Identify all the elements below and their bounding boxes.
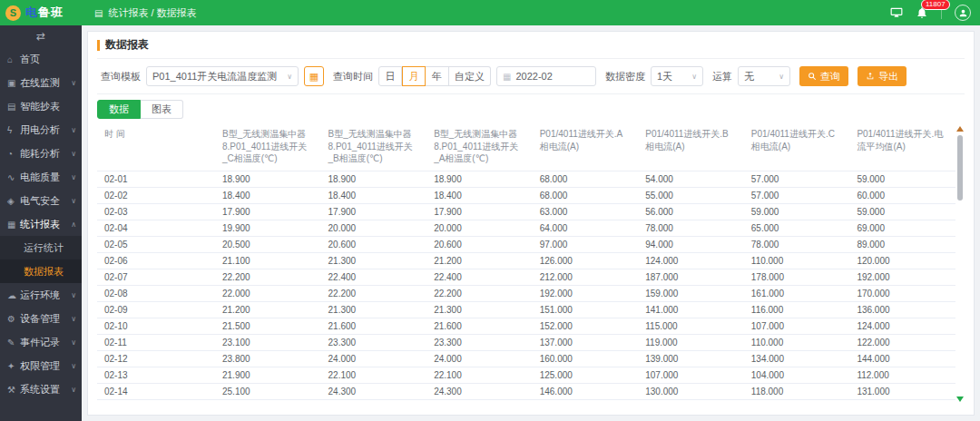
scroll-up-arrow[interactable]	[956, 126, 964, 132]
table-row: 02-15-23.30023.300185.000168.000166.0001…	[97, 399, 956, 404]
time-range-button[interactable]: 日	[378, 66, 402, 86]
table-cell: 134.000	[744, 350, 850, 367]
table-cell: 78.000	[744, 236, 850, 252]
device-management-icon: ⚙	[7, 314, 20, 324]
notifications[interactable]: 11807	[916, 6, 928, 19]
sidebar-item[interactable]: ⚒系统设置∨	[0, 377, 82, 401]
table-cell: 122.000	[849, 334, 956, 350]
time-range-button[interactable]: 年	[426, 66, 449, 86]
template-select[interactable]: P01_4011开关电流温度监测 ∨	[146, 66, 299, 86]
user-avatar[interactable]	[955, 5, 971, 21]
table-cell: 20.500	[215, 236, 321, 252]
density-select[interactable]: 1天 ∨	[651, 66, 703, 86]
table-cell: 23.300	[321, 399, 427, 404]
operation-select[interactable]: 无 ∨	[738, 66, 790, 86]
scrollbar-thumb[interactable]	[957, 135, 963, 201]
table-cell: 107.000	[638, 367, 744, 383]
chevron-down-icon: ∨	[71, 386, 76, 394]
table-cell: 136.000	[849, 301, 956, 318]
table-cell: 94.000	[638, 236, 744, 252]
sidebar-item[interactable]: ☁运行环境∨	[0, 283, 82, 307]
sidebar-item[interactable]: ✦权限管理∨	[0, 354, 82, 377]
sidebar-subitem[interactable]: 数据报表	[0, 259, 82, 283]
table-cell: 173.000	[849, 399, 956, 404]
search-icon	[808, 72, 817, 81]
monitor-icon[interactable]	[890, 6, 903, 19]
column-header: P01/4011进线开关.A相电流(A)	[533, 124, 639, 171]
table-cell: 22.100	[426, 367, 533, 383]
view-tabs: 数据图表	[97, 94, 965, 124]
chevron-down-icon: ∨	[691, 73, 697, 81]
sidebar-item-label: 能耗分析	[20, 147, 71, 161]
export-button[interactable]: 导出	[858, 66, 906, 86]
template-select-value: P01_4011开关电流温度监测	[152, 70, 277, 83]
table-row: 02-0118.90018.90018.90068.00054.00057.00…	[97, 171, 956, 187]
table-cell: 69.000	[849, 220, 956, 236]
chevron-down-icon: ∨	[71, 173, 76, 181]
table-cell: 168.000	[638, 399, 744, 404]
table-cell: 187.000	[638, 269, 744, 285]
table-cell: 02-07	[97, 269, 215, 285]
time-range-button[interactable]: 自定义	[449, 66, 491, 86]
sidebar-item[interactable]: ▤智能抄表	[0, 94, 82, 118]
sidebar-item[interactable]: ϟ用电分析∨	[0, 118, 82, 142]
power-analysis-icon: ϟ	[7, 125, 20, 135]
sidebar-item[interactable]: ∿电能质量∨	[0, 165, 82, 189]
table-row: 02-1021.50021.60021.600152.000115.000107…	[97, 318, 956, 334]
table-row: 02-1425.10024.30024.300146.000130.000118…	[97, 383, 956, 399]
time-range-button[interactable]: 月	[402, 66, 426, 86]
table-header-row: 时 间B型_无线测温集中器8.P01_4011进线开关_C相温度(℃)B型_无线…	[97, 124, 956, 171]
table-cell: 161.000	[744, 285, 850, 301]
sidebar-item[interactable]: ▦统计报表∧	[0, 212, 82, 236]
sidebar-item[interactable]: ◈电气安全∨	[0, 189, 82, 212]
sidebar-item-label: 电能质量	[20, 171, 71, 184]
sidebar-item-label: 设备管理	[20, 312, 71, 326]
tab[interactable]: 数据	[97, 100, 141, 119]
table-cell: 126.000	[533, 252, 639, 269]
table-cell: 131.000	[849, 383, 956, 399]
table-cell: 17.900	[426, 203, 533, 220]
table-cell: 02-06	[97, 252, 215, 269]
table-cell: 166.000	[744, 399, 850, 404]
tab[interactable]: 图表	[141, 100, 183, 119]
chevron-down-icon: ∨	[71, 338, 76, 347]
sidebar-subitem[interactable]: 运行统计	[0, 236, 82, 259]
table-row: 02-0419.90020.00020.00064.00078.00065.00…	[97, 220, 956, 236]
breadcrumb-list-icon: ▤	[94, 8, 103, 18]
content-panel: 数据报表 查询模板 P01_4011开关电流温度监测 ∨ ▦ 查询时间 日月年自…	[87, 31, 975, 416]
date-picker[interactable]: ▦ 2022-02	[496, 66, 596, 86]
sidebar-item[interactable]: ⌂首页	[0, 47, 82, 71]
scroll-down-arrow[interactable]	[956, 397, 964, 402]
table-cell: 54.000	[638, 171, 744, 187]
table-cell: 02-12	[97, 350, 215, 367]
table-row: 02-0317.90017.90017.90063.00056.00059.00…	[97, 203, 956, 220]
table-cell: 02-02	[97, 187, 215, 203]
search-button[interactable]: 查询	[799, 66, 848, 86]
report-icon: ▦	[7, 220, 20, 230]
sidebar-item[interactable]: ⚙设备管理∨	[0, 307, 82, 330]
sidebar-item[interactable]: ◔能耗分析∨	[0, 142, 82, 165]
chevron-down-icon: ∨	[71, 362, 76, 370]
table-cell: 130.000	[638, 383, 744, 399]
table-cell: 152.000	[533, 318, 639, 334]
table-row: 02-0921.20021.30021.300151.000141.000116…	[97, 301, 956, 318]
sidebar-collapse-toggle[interactable]: ⇄	[0, 25, 82, 47]
table-cell: 02-14	[97, 383, 215, 399]
table-cell: 21.600	[426, 318, 533, 334]
table-cell: 24.300	[321, 383, 427, 399]
template-manage-button[interactable]: ▦	[304, 66, 324, 86]
table-cell: 02-03	[97, 203, 215, 220]
header-actions: 11807	[890, 5, 971, 21]
vertical-scrollbar[interactable]	[956, 124, 965, 404]
table-cell: 23.300	[426, 334, 533, 350]
table-cell: 63.000	[533, 203, 639, 220]
sidebar: ⇄ ⌂首页▣在线监测∨▤智能抄表ϟ用电分析∨◔能耗分析∨∿电能质量∨◈电气安全∨…	[0, 25, 82, 421]
table-cell: 21.600	[321, 318, 427, 334]
sidebar-item[interactable]: ✎事件记录∨	[0, 330, 82, 354]
table-cell: 20.600	[321, 236, 427, 252]
electrical-safety-icon: ◈	[7, 196, 20, 206]
table-cell: 22.200	[321, 285, 427, 301]
main-content: 数据报表 查询模板 P01_4011开关电流温度监测 ∨ ▦ 查询时间 日月年自…	[82, 25, 980, 421]
sidebar-item[interactable]: ▣在线监测∨	[0, 71, 82, 94]
chevron-down-icon: ∨	[71, 291, 76, 299]
